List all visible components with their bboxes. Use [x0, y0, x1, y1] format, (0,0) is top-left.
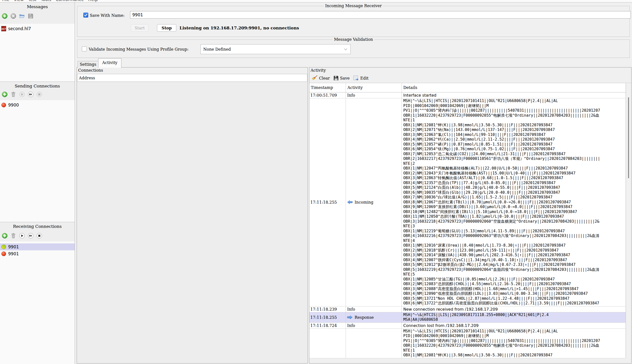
fast-forward-icon [28, 92, 34, 97]
incoming-message-receiver-group: Incoming Message Receiver Save With Name… [77, 6, 630, 37]
save-with-name-checkbox[interactable] [83, 12, 88, 18]
broom-icon [311, 75, 318, 81]
edit-label: Edit [360, 76, 368, 80]
menu-test[interactable]: Test [26, 0, 39, 2]
connections-address-header[interactable]: Address [77, 74, 307, 82]
stop-receiving-button[interactable] [36, 232, 43, 239]
receiving-item-label: 9901 [8, 244, 19, 249]
details-line: OBX|6|NM|13722^总胆固醇/高密度脂蛋白胆固醇比值(CHOL/HDL… [403, 301, 625, 306]
activity-panel: Activity Clear Save Edit Timestamp Activ… [309, 67, 631, 364]
start-receiving-button[interactable] [19, 232, 25, 239]
activity-row[interactable]: MSH|^~\&|LIS||HTCIS||20201207101411||OUL… [309, 329, 626, 358]
receiving-list: 9901 9901 [0, 242, 75, 364]
connections-panel-title: Connections [78, 68, 103, 73]
profile-group-select[interactable]: None Defined [201, 44, 351, 54]
add-icon [2, 92, 8, 97]
start-all-sending-button[interactable] [28, 91, 34, 98]
activity-row[interactable]: 17:11:18.255ResponseMSH|^~\&|HTCIS||LIS|… [309, 312, 626, 323]
details-line: MSH|^~\&|LIS||HTCIS||20201207101411||OUL… [403, 329, 625, 334]
save-activity-button[interactable]: Save [333, 75, 350, 81]
col-activity[interactable]: Activity [346, 83, 402, 92]
menu-items: File View Test Tools Conformance Help [0, 0, 632, 2]
save-name-input[interactable] [130, 11, 631, 18]
message-item-second-hl7[interactable]: H7 second.hl7 [0, 25, 75, 32]
activity-row[interactable]: 17:00:51.709InfoInterface started [309, 92, 626, 98]
receiving-item-9901-listening[interactable]: 9901 [0, 244, 75, 250]
details-line: OBX|1|NM|12016^尿素(Urea)||8.40|mmol/L|1.7… [403, 243, 625, 248]
validation-group-title: Message Validation [333, 37, 374, 42]
menu-help[interactable]: Help [86, 0, 100, 2]
tab-activity[interactable]: Activity [98, 58, 121, 68]
start-all-receiving-button[interactable] [28, 232, 34, 239]
stop-button[interactable]: Stop [157, 24, 176, 32]
menu-conformance[interactable]: Conformance [54, 0, 86, 2]
add-message-button[interactable] [2, 13, 8, 19]
messages-section: Messages H7 second.hl7 [0, 2, 75, 82]
details-line: NTE|1 [403, 348, 625, 353]
delete-sending-button[interactable] [10, 91, 17, 98]
message-item-label: second.hl7 [8, 26, 31, 31]
menu-view[interactable]: View [11, 0, 26, 2]
receiver-group-title: Incoming Message Receiver [324, 4, 383, 8]
activity-row[interactable]: 17:11:18.255IncomingMSH|^~\&|LIS||HTCIS|… [309, 98, 626, 306]
add-sending-button[interactable] [2, 91, 8, 98]
edit-button[interactable]: Edit [353, 75, 368, 81]
details-line: OBR|5|16032219|4237929723|F00000092064^血… [403, 268, 625, 272]
address-column-label: Address [79, 76, 95, 80]
details-line: OBX|2|NM|12043^天门冬氨酸氨基转移酶(AST)||15.00|U/… [403, 171, 625, 176]
details-line: OBR|4|16032216|4237929723|F00000092063^肾… [403, 234, 625, 238]
tab-settings[interactable]: Settings [78, 61, 98, 68]
details-line: PID||0001042069|0001042069||谢继韬|||M [403, 104, 625, 108]
activity-row[interactable]: 17:11:18.239InfoNew connection received … [309, 306, 626, 312]
clear-button[interactable]: Clear [311, 75, 330, 81]
remove-message-button[interactable] [10, 13, 17, 19]
details-line: OBR|1|16032220|4237929723|F00000092055^电… [403, 343, 625, 348]
details-line: Connection lost from /192.168.17.209 [403, 323, 479, 328]
status-red-icon [1, 102, 6, 108]
activity-toolbar: Clear Save Edit [309, 74, 631, 83]
menu-bar: File View Test Tools Conformance Help [0, 0, 632, 2]
details-line: New connection received from /192.168.17… [403, 307, 498, 312]
sending-toolbar [2, 91, 43, 98]
delete-receiving-button[interactable] [10, 232, 17, 239]
details-cell: New connection received from /192.168.17… [402, 306, 626, 312]
listening-status: Listening on 192.168.17.209:9901, no con… [180, 26, 299, 30]
details-line: OBX|4|NM|12357^总蛋白(TP)||77.4|g/L|65.0-85… [403, 181, 625, 186]
menu-file[interactable]: File [0, 0, 11, 2]
col-details[interactable]: Details [402, 83, 626, 92]
menu-tools[interactable]: Tools [39, 0, 54, 2]
validate-incoming-checkbox[interactable] [82, 46, 87, 52]
details-line: NTE|1 [403, 118, 625, 123]
scrollbar-thumb[interactable] [628, 97, 629, 178]
open-message-button[interactable] [19, 13, 25, 19]
save-message-button[interactable] [28, 13, 34, 19]
receiving-item-label: 9901 [8, 251, 19, 256]
details-line: OBX|9|NM|12069^直接胆红素(DBil)||3.60|μmol/L|… [403, 204, 625, 210]
hl7-file-icon: H7 [1, 26, 6, 32]
details-cell: MSH|^~\&|HTCIS||LIS||20230918171118.255+… [402, 312, 626, 322]
connections-body [77, 82, 307, 363]
details-cell: Connection lost from /192.168.17.209 [402, 323, 626, 328]
add-receiving-button[interactable] [2, 232, 8, 239]
sending-title: Sending Connections [0, 82, 75, 88]
details-line: MSH|^~\&|LIS||HTCIS||20201207101411||OUL… [403, 98, 625, 104]
stop-sending-button[interactable] [36, 91, 43, 98]
details-line: OBX|2|NM|12083^总胆固醇(CHOL)||4.55|mmol/L|2… [403, 282, 625, 287]
sending-header: Sending Connections [0, 82, 75, 100]
col-timestamp[interactable]: Timestamp [309, 83, 346, 92]
timestamp-cell: 17:11:18.724 [309, 323, 346, 328]
activity-scrollbar[interactable] [626, 83, 631, 358]
connections-panel: Connections Address [77, 67, 308, 364]
sending-item-9900[interactable]: 9900 [0, 102, 75, 108]
activity-row[interactable]: 17:11:18.724InfoConnection lost from /19… [309, 323, 626, 329]
details-line: OBX|6|NM|10035^球蛋白(Glb)||29.20|g/L|20.0-… [403, 190, 625, 195]
messages-toolbar [2, 13, 34, 19]
receiving-connections-section: Receiving Connections [0, 222, 75, 364]
start-sending-button[interactable] [19, 91, 25, 98]
response-arrow-icon [347, 315, 353, 319]
timestamp-cell [309, 329, 346, 358]
activity-cell: Info [346, 323, 402, 328]
floppy-icon [333, 75, 339, 81]
receiving-item-9901-stopped[interactable]: 9901 [0, 250, 75, 257]
start-button[interactable]: Start [131, 24, 149, 32]
